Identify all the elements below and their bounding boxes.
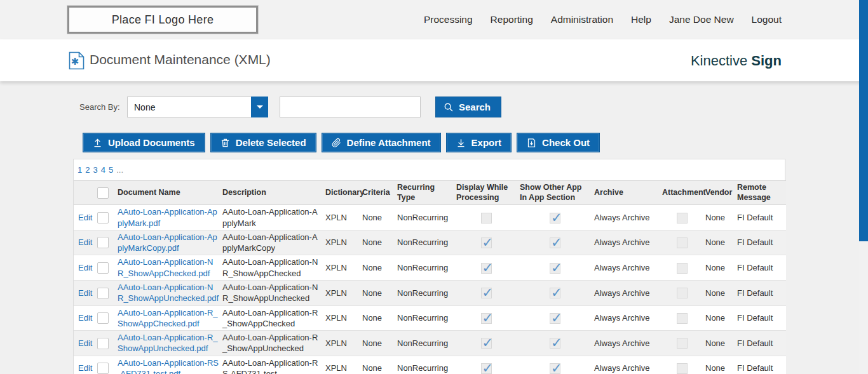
remote-message-cell: FI Default [735, 230, 786, 255]
nav-item-help[interactable]: Help [631, 14, 651, 25]
recurring-type-cell: NonRecurring [395, 356, 454, 374]
title-band: ✱ Document Maintenance (XML) Kinective S… [0, 39, 868, 81]
criteria-cell: None [360, 356, 395, 374]
scrollbar-thumb[interactable] [859, 0, 868, 241]
nav-item-logout[interactable]: Logout [752, 14, 782, 25]
search-by-dropdown[interactable]: None [127, 97, 268, 117]
display-while-processing-checkbox [481, 263, 492, 274]
recurring-type-cell: NonRecurring [395, 255, 454, 281]
upload-documents-label: Upload Documents [108, 137, 195, 148]
page-link-4[interactable]: 4 [101, 165, 105, 175]
attachment-checkbox [677, 363, 688, 374]
edit-link[interactable]: Edit [78, 288, 92, 298]
edit-link[interactable]: Edit [78, 313, 92, 323]
chevron-down-icon[interactable] [251, 97, 268, 117]
attachment-checkbox [677, 313, 688, 324]
edit-link[interactable]: Edit [78, 263, 92, 272]
recurring-type-cell: NonRecurring [395, 331, 454, 356]
search-icon [444, 102, 454, 112]
show-other-app-checkbox [550, 338, 560, 349]
recurring-type-cell: NonRecurring [395, 230, 454, 255]
nav-item-processing[interactable]: Processing [424, 14, 473, 25]
pagination-ellipsis: ... [116, 165, 123, 175]
description-cell: AAuto-Loan-Application-NR_ShowAppChecked [220, 255, 323, 281]
document-name-link[interactable]: AAuto-Loan-Application-NR_ShowAppChecked… [118, 257, 213, 277]
archive-cell: Always Archive [592, 255, 660, 281]
search-by-selected-value: None [128, 102, 251, 112]
row-checkbox[interactable] [97, 212, 109, 224]
document-name-link[interactable]: AAuto-Loan-Application-ApplyMarkCopy.pdf [118, 232, 217, 253]
documents-table: Document Name Description Dictionary Cri… [74, 180, 786, 374]
vendor-cell: None [703, 331, 735, 356]
svg-text:✱: ✱ [71, 56, 79, 67]
vendor-cell: None [703, 230, 735, 255]
nav-item-reporting[interactable]: Reporting [491, 14, 533, 25]
row-checkbox[interactable] [97, 262, 109, 274]
row-checkbox[interactable] [97, 312, 109, 324]
nav-item-user[interactable]: Jane Doe New [669, 14, 734, 25]
description-cell: AAuto-Loan-Application-RS-AFD731-test [220, 356, 323, 374]
document-name-link[interactable]: AAuto-Loan-Application-R_ShowAppUnchecke… [118, 333, 218, 353]
row-checkbox[interactable] [97, 338, 109, 349]
description-cell: AAuto-Loan-Application-R_ShowAppUnchecke… [220, 331, 323, 356]
upload-icon [93, 138, 102, 148]
delete-selected-button[interactable]: Delete Selected [210, 133, 316, 152]
search-row: Search By: None Search [79, 97, 868, 117]
description-cell: AAuto-Loan-Application-ApplyMark [220, 205, 323, 230]
dictionary-cell: XPLN [323, 305, 360, 331]
edit-link[interactable]: Edit [78, 213, 92, 222]
archive-cell: Always Archive [592, 331, 660, 356]
define-attachment-button[interactable]: Define Attachment [322, 133, 441, 152]
edit-link[interactable]: Edit [78, 363, 92, 373]
document-name-link[interactable]: AAuto-Loan-Application-R_ShowAppChecked.… [118, 308, 218, 328]
page-link-3[interactable]: 3 [93, 165, 97, 175]
show-other-app-checkbox [550, 313, 560, 324]
table-row: Edit AAuto-Loan-Application-RS-AFD731-te… [74, 356, 786, 374]
search-button[interactable]: Search [435, 97, 501, 117]
attachment-checkbox [677, 288, 688, 298]
nav-item-administration[interactable]: Administration [551, 14, 613, 25]
toolbar: Upload Documents Delete Selected Define … [83, 133, 868, 152]
vendor-cell: None [703, 305, 735, 331]
display-while-processing-checkbox [481, 213, 492, 224]
edit-link[interactable]: Edit [78, 338, 92, 348]
document-name-link[interactable]: AAuto-Loan-Application-NR_ShowAppUncheck… [118, 283, 219, 303]
display-while-processing-checkbox [481, 363, 492, 374]
display-while-processing-checkbox [481, 313, 492, 324]
page-scrollbar [859, 0, 868, 374]
dictionary-cell: XPLN [323, 356, 360, 374]
export-button[interactable]: Export [446, 133, 512, 152]
col-show-other-app: Show Other App In App Section [517, 181, 592, 205]
check-out-button[interactable]: Check Out [517, 133, 600, 152]
vendor-cell: None [703, 280, 735, 305]
download-icon [456, 138, 466, 148]
table-row: Edit AAuto-Loan-Application-ApplyMarkCop… [74, 230, 786, 255]
brand-product: Sign [751, 53, 782, 69]
xml-document-icon: ✱ [69, 51, 85, 70]
col-recurring-type: Recurring Type [395, 181, 454, 205]
table-row: Edit AAuto-Loan-Application-R_ShowAppChe… [74, 305, 786, 331]
display-while-processing-checkbox [481, 338, 492, 349]
display-while-processing-checkbox [481, 288, 492, 298]
description-cell: AAuto-Loan-Application-ApplyMarkCopy [220, 230, 323, 255]
define-attachment-label: Define Attachment [347, 137, 431, 148]
row-checkbox[interactable] [97, 288, 109, 299]
row-checkbox[interactable] [97, 237, 109, 248]
show-other-app-checkbox [550, 263, 560, 274]
export-label: Export [471, 137, 502, 148]
row-checkbox[interactable] [97, 363, 109, 374]
select-all-checkbox[interactable] [97, 187, 109, 199]
document-name-link[interactable]: AAuto-Loan-Application-ApplyMark.pdf [118, 207, 217, 227]
page-link-1[interactable]: 1 [78, 165, 82, 175]
archive-cell: Always Archive [592, 205, 660, 230]
document-name-link[interactable]: AAuto-Loan-Application-RS-AFD731-test.pd… [118, 358, 219, 374]
search-input[interactable] [280, 97, 421, 117]
edit-link[interactable]: Edit [78, 237, 92, 247]
table-row: Edit AAuto-Loan-Application-R_ShowAppUnc… [74, 331, 786, 356]
upload-documents-button[interactable]: Upload Documents [83, 133, 205, 152]
page-link-2[interactable]: 2 [85, 165, 90, 175]
page-link-5[interactable]: 5 [109, 165, 113, 175]
dictionary-cell: XPLN [323, 280, 360, 305]
show-other-app-checkbox [550, 363, 560, 374]
delete-selected-label: Delete Selected [236, 137, 306, 148]
